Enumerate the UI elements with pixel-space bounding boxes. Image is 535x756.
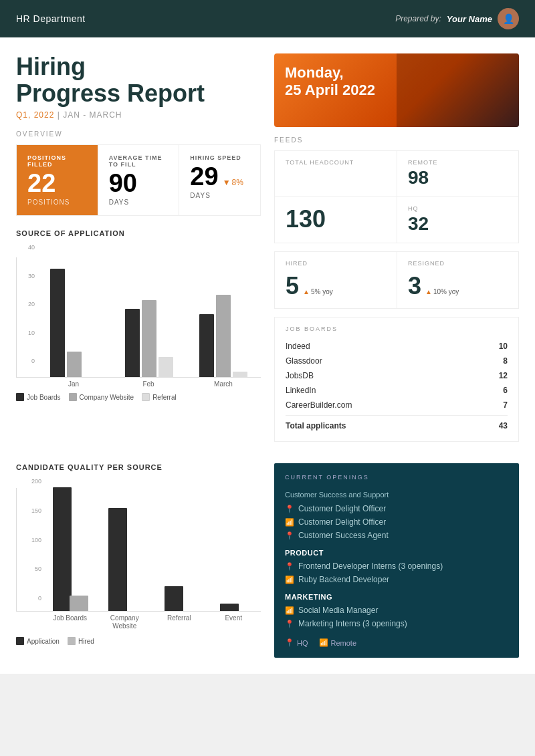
feb-label: Feb	[111, 380, 186, 388]
march-group	[186, 295, 261, 377]
q-ev-app-bar	[220, 604, 235, 611]
cdo-hq-label: Customer Delight Officer	[298, 504, 386, 513]
report-title: Hiring Progress Report	[16, 53, 261, 106]
hired-label: HIRED	[286, 260, 386, 267]
q-job-boards-group	[43, 487, 94, 611]
avg-time-label: AVERAGE TIME TO FILL	[109, 154, 169, 168]
resigned-item: RESIGNED 3 ▲ 10% yoy	[397, 252, 518, 308]
q-comp-app-fill	[108, 508, 127, 611]
q-ref-label: Referral	[152, 614, 207, 630]
legend-company-dot	[69, 393, 77, 401]
jan-label: Jan	[36, 380, 111, 388]
mi-hq-icon: 📍	[285, 620, 294, 628]
legend-hq-label: HQ	[297, 639, 308, 647]
cdo-remote-item: 📶 Customer Delight Officer	[285, 515, 508, 529]
header-right: Prepared by: Your Name 👤	[395, 8, 519, 29]
source-chart-section: SOURCE OF APPLICATION 40 30 20 10 0	[16, 229, 261, 391]
marketing-category-label: MARKETING	[285, 593, 508, 601]
legend-hired: Hired	[68, 637, 94, 645]
hired-value: 5	[286, 272, 299, 300]
legend-hq-icon: 📍	[285, 638, 294, 647]
q-ref-app-bar	[165, 586, 179, 611]
mi-label: Marketing Interns (3 openings)	[298, 619, 407, 628]
fdi-label: Frontend Developer Interns (3 openings)	[298, 561, 443, 571]
openings-legend: 📍 HQ 📶 Remote	[285, 638, 508, 647]
location-hq-icon: 📍	[285, 505, 294, 513]
q-jb-label: Job Boards	[43, 614, 98, 630]
legend-application-dot	[16, 637, 24, 645]
resigned-value-row: 3 ▲ 10% yoy	[408, 272, 508, 300]
careerbuilder-name: CareerBuilder.com	[286, 400, 352, 410]
hiring-speed-change: ▼ 8%	[223, 178, 243, 187]
hired-up-icon: ▲	[303, 288, 310, 295]
resigned-yoy-text: 10% yoy	[433, 288, 459, 295]
resigned-label: RESIGNED	[408, 260, 508, 267]
q-ev-label: Event	[207, 614, 261, 630]
quality-legend: Application Hired	[16, 637, 261, 645]
legend-job-boards-label: Job Boards	[27, 394, 61, 401]
q-event-group	[211, 604, 261, 611]
q-jb-app-fill	[53, 487, 72, 611]
legend-job-boards: Job Boards	[16, 393, 61, 401]
smm-item: 📶 Social Media Manager	[285, 604, 508, 617]
indeed-name: Indeed	[286, 342, 310, 351]
feb-company-bar	[142, 300, 156, 377]
legend-hired-dot	[68, 637, 76, 645]
csa-item: 📍 Customer Success Agent	[285, 529, 508, 542]
feb-job-boards-fill	[125, 309, 140, 377]
cdo-remote-label: Customer Delight Officer	[298, 517, 386, 527]
jan-job-boards-fill	[50, 269, 65, 377]
csa-label: Customer Success Agent	[298, 531, 389, 540]
quality-bars: 200 150 100 50 0	[16, 478, 261, 625]
jan-company-fill	[67, 352, 82, 377]
feeds-label: FEEDS	[274, 136, 519, 144]
quality-chart-title: CANDIDATE QUALITY PER SOURCE	[16, 463, 261, 471]
x-labels: Jan Feb March	[16, 380, 261, 388]
total-headcount-label: TOTAL HEADCOUNT	[286, 159, 386, 166]
q-jb-hired-bar	[70, 596, 84, 611]
legend-remote-label: Remote	[331, 639, 357, 647]
css-header: Customer Success and Support	[285, 489, 508, 501]
fdi-item: 📍 Frontend Developer Interns (3 openings…	[285, 559, 508, 573]
company-title: HR Department	[16, 13, 86, 24]
resigned-yoy: ▲ 10% yoy	[425, 288, 459, 295]
jobsdb-row: JobsDB 12	[286, 368, 508, 383]
page-header: HR Department Prepared by: Your Name 👤	[0, 0, 535, 37]
q-jb-hired-fill	[70, 596, 88, 611]
smm-label: Social Media Manager	[298, 606, 378, 615]
legend-application-label: Application	[27, 638, 60, 645]
arrow-down-icon: ▼	[223, 178, 231, 187]
march-referral-bar	[233, 372, 247, 377]
q-company-group	[99, 508, 149, 611]
march-company-bar	[216, 295, 231, 377]
hero-line2: 25 April 2022	[285, 82, 375, 98]
overview-label: OVERVIEW	[16, 130, 261, 138]
job-boards-title: JOB BOARDS	[286, 326, 508, 332]
report-period: Q1, 2022 | JAN - MARCH	[16, 110, 261, 120]
feb-job-boards-bar	[125, 309, 140, 377]
legend-referral-label: Referral	[152, 394, 177, 401]
legend-company-website: Company Website	[69, 393, 134, 401]
hero-text: Monday, 25 April 2022	[285, 64, 375, 100]
hiring-speed-change-pct: 8%	[232, 178, 243, 187]
legend-remote-icon: 📶	[319, 638, 328, 647]
hired-value-row: 5 ▲ 5% yoy	[286, 272, 386, 300]
source-chart-legend: Job Boards Company Website Referral	[16, 393, 261, 401]
careerbuilder-count: 7	[503, 400, 508, 410]
quality-chart-area	[16, 488, 261, 612]
indeed-count: 10	[499, 342, 508, 351]
css-support-category: Customer Success and Support 📍 Customer …	[285, 489, 508, 542]
total-headcount-item: TOTAL HEADCOUNT	[275, 151, 397, 197]
chart-area	[16, 257, 261, 378]
rbd-item: 📶 Ruby Backend Developer	[285, 573, 508, 586]
smm-wifi-icon: 📶	[285, 606, 294, 615]
linkedin-name: LinkedIn	[286, 386, 316, 395]
right-column: Monday, 25 April 2022 FEEDS TOTAL HEADCO…	[274, 53, 519, 450]
jan-job-boards-bar	[50, 269, 65, 377]
jobsdb-count: 12	[499, 371, 508, 380]
jobsdb-name: JobsDB	[286, 371, 314, 380]
remote-label: REMOTE	[408, 159, 508, 166]
legend-remote: 📶 Remote	[319, 638, 357, 647]
legend-hq: 📍 HQ	[285, 638, 308, 647]
avg-time-card: AVERAGE TIME TO FILL 90 DAYS	[98, 145, 180, 215]
